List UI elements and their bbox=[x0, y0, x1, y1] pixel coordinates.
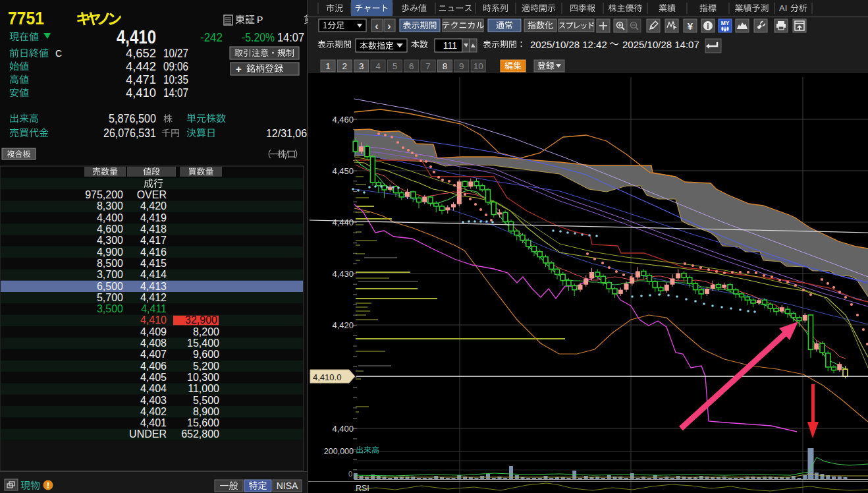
svg-text:OVER: OVER bbox=[137, 189, 167, 200]
svg-text:4,900: 4,900 bbox=[97, 246, 123, 258]
svg-text:4,430: 4,430 bbox=[332, 269, 354, 279]
svg-text:!: ! bbox=[47, 480, 49, 490]
svg-text:‹: ‹ bbox=[375, 20, 378, 32]
svg-text:4,440: 4,440 bbox=[332, 218, 354, 227]
svg-text:2: 2 bbox=[342, 61, 348, 71]
svg-text:4,409: 4,409 bbox=[140, 326, 167, 337]
svg-text:4,417: 4,417 bbox=[140, 235, 167, 246]
svg-text:5: 5 bbox=[393, 61, 398, 71]
svg-text:10,300: 10,300 bbox=[187, 372, 219, 383]
svg-text:4,410: 4,410 bbox=[117, 26, 156, 47]
svg-text:7: 7 bbox=[425, 61, 431, 71]
svg-text:¥: ¥ bbox=[688, 20, 693, 32]
svg-text:111: 111 bbox=[443, 40, 457, 51]
svg-text:975,200: 975,200 bbox=[85, 189, 123, 200]
svg-text:6: 6 bbox=[409, 61, 414, 71]
svg-text:8: 8 bbox=[443, 61, 448, 71]
svg-text:4,403: 4,403 bbox=[140, 395, 167, 406]
svg-text:4,405: 4,405 bbox=[140, 372, 167, 383]
svg-text:5,876,500: 5,876,500 bbox=[109, 112, 156, 125]
svg-text:4,415: 4,415 bbox=[140, 258, 167, 269]
svg-text:4,412: 4,412 bbox=[140, 292, 167, 303]
svg-text:4,420: 4,420 bbox=[332, 320, 354, 330]
svg-text:4,300: 4,300 bbox=[97, 235, 123, 246]
svg-text:3: 3 bbox=[359, 61, 364, 71]
svg-text:i: i bbox=[707, 22, 709, 31]
svg-text:09:06: 09:06 bbox=[163, 60, 188, 73]
svg-text:10: 10 bbox=[474, 61, 483, 71]
svg-text:4,414: 4,414 bbox=[140, 269, 167, 280]
svg-text:15,600: 15,600 bbox=[187, 417, 219, 428]
svg-text:4,600: 4,600 bbox=[97, 223, 123, 235]
svg-text:7751: 7751 bbox=[8, 9, 44, 28]
svg-text:4,413: 4,413 bbox=[140, 281, 167, 292]
svg-text:MY: MY bbox=[721, 20, 730, 26]
svg-text:9,600: 9,600 bbox=[193, 349, 219, 360]
svg-text:RSI: RSI bbox=[356, 484, 369, 493]
svg-text:8,900: 8,900 bbox=[193, 406, 219, 417]
svg-text:P: P bbox=[257, 14, 263, 25]
svg-text:4: 4 bbox=[375, 61, 381, 71]
svg-text:4,404: 4,404 bbox=[140, 383, 167, 394]
svg-text:-5.20%: -5.20% bbox=[242, 30, 275, 44]
svg-text:652,800: 652,800 bbox=[181, 428, 219, 440]
svg-text:4,400: 4,400 bbox=[332, 424, 354, 434]
svg-text:+: + bbox=[236, 63, 242, 74]
svg-text:4,407: 4,407 bbox=[140, 349, 167, 360]
svg-text:15,400: 15,400 bbox=[187, 337, 219, 349]
svg-text:4,400: 4,400 bbox=[97, 212, 123, 223]
svg-text:200,000: 200,000 bbox=[324, 447, 354, 456]
svg-text:14:07: 14:07 bbox=[163, 86, 188, 100]
svg-text:4,408: 4,408 bbox=[140, 337, 167, 349]
svg-text:5,700: 5,700 bbox=[97, 292, 123, 303]
svg-text:4,652: 4,652 bbox=[126, 47, 156, 60]
svg-text:5,200: 5,200 bbox=[193, 361, 219, 372]
svg-text:8,200: 8,200 bbox=[193, 326, 219, 337]
svg-text:4,411: 4,411 bbox=[141, 303, 167, 314]
svg-text:10/27: 10/27 bbox=[163, 47, 188, 60]
svg-text:4,402: 4,402 bbox=[140, 406, 167, 417]
svg-text:4,420: 4,420 bbox=[140, 200, 167, 212]
svg-text:2025/10/28 12:42: 2025/10/28 12:42 bbox=[530, 39, 607, 50]
svg-text:4,416: 4,416 bbox=[140, 246, 167, 258]
svg-text:5,500: 5,500 bbox=[193, 395, 219, 406]
svg-text:4,471: 4,471 bbox=[126, 73, 156, 86]
svg-text:AI: AI bbox=[779, 3, 787, 13]
svg-text:4,460: 4,460 bbox=[332, 115, 354, 125]
svg-text:4,410: 4,410 bbox=[126, 86, 156, 100]
svg-text:3,700: 3,700 bbox=[97, 269, 123, 280]
svg-text:4,418: 4,418 bbox=[140, 223, 167, 235]
svg-text:4,419: 4,419 bbox=[140, 212, 167, 223]
svg-text:NISA: NISA bbox=[277, 480, 298, 491]
svg-text:4,450: 4,450 bbox=[332, 166, 354, 176]
svg-text:9: 9 bbox=[459, 61, 464, 71]
svg-text:UNDER: UNDER bbox=[129, 428, 167, 440]
svg-text:26,076,531: 26,076,531 bbox=[103, 127, 156, 140]
svg-text:10:35: 10:35 bbox=[163, 73, 188, 86]
svg-text:C: C bbox=[55, 48, 62, 59]
svg-text:12/31,06: 12/31,06 bbox=[266, 127, 307, 140]
svg-text:8,500: 8,500 bbox=[97, 258, 123, 269]
svg-text:4,406: 4,406 bbox=[140, 361, 167, 372]
svg-text:6,500: 6,500 bbox=[97, 281, 123, 292]
svg-text:0: 0 bbox=[348, 470, 352, 478]
svg-text:-242: -242 bbox=[200, 30, 223, 44]
svg-text:2025/10/28 14:07: 2025/10/28 14:07 bbox=[622, 39, 699, 50]
svg-text:8,300: 8,300 bbox=[97, 200, 123, 212]
svg-text:11,000: 11,000 bbox=[188, 383, 219, 394]
svg-text:4,442: 4,442 bbox=[126, 60, 156, 73]
svg-text:32,900: 32,900 bbox=[185, 314, 217, 326]
svg-text:3,500: 3,500 bbox=[97, 303, 123, 314]
svg-text:›: › bbox=[387, 20, 391, 32]
svg-text:4,410: 4,410 bbox=[140, 314, 167, 326]
svg-text:14:07: 14:07 bbox=[277, 30, 304, 44]
svg-text:4,410.0: 4,410.0 bbox=[313, 372, 341, 382]
svg-text:1: 1 bbox=[325, 61, 331, 71]
svg-text:4,401: 4,401 bbox=[140, 417, 167, 428]
